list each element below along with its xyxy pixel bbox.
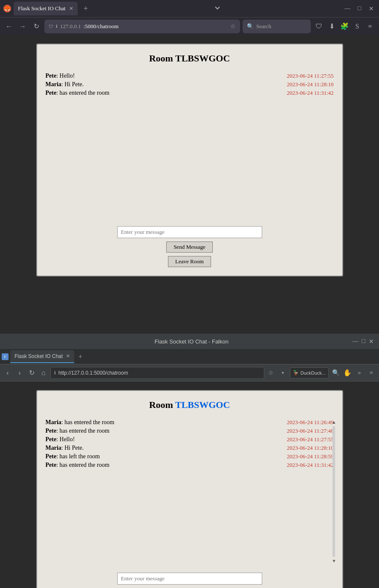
message-timestamp: 2023-06-24 11:27:55 <box>287 436 334 443</box>
firefox-tab-label: Flask Socket IO Chat <box>18 5 66 12</box>
falkon-maximize-button[interactable]: □ <box>362 338 365 345</box>
falkon-chat-room-title: Room TLBSWGOC <box>46 399 334 410</box>
falkon-star-icon[interactable]: ☆ <box>266 369 276 376</box>
sender-name: Maria <box>46 81 61 87</box>
falkon-minimize-button[interactable]: — <box>353 338 359 345</box>
falkon-tabbar: F Flask Socket IO Chat ✕ + <box>0 349 379 364</box>
chat-app-falkon: Room TLBSWGOC ▲ ▼ Maria: has entered the… <box>36 390 343 588</box>
firefox-browser: 🦊 Flask Socket IO Chat ✕ + — □ ✕ ← → ↻ 🛡… <box>0 0 379 300</box>
minimize-button[interactable]: — <box>343 5 352 12</box>
falkon-forward-button[interactable]: › <box>14 369 25 377</box>
sender-name: Pete <box>46 453 57 460</box>
chat-message-text: Pete: has entered the room <box>46 428 110 434</box>
falkon-title-code: TLBSWGOC <box>175 399 230 410</box>
message-timestamp: 2023-06-24 11:28:59 <box>287 453 334 460</box>
firefox-toolbar: ← → ↻ 🛡 ℹ 127.0.0.1 :5000/chatroom ☆ 🔍 S… <box>0 17 379 35</box>
falkon-toolbar-right: ☆ ▾ 🦆 DuckDuck... 🔍 ✋ » ≡ <box>266 367 376 378</box>
message-timestamp: 2023-06-24 11:27:55 <box>287 73 334 79</box>
pocket-icon[interactable]: 🛡 <box>313 23 324 30</box>
spacer <box>0 300 379 317</box>
search-magnifier-icon: 🔍 <box>247 23 254 30</box>
new-tab-button[interactable]: + <box>80 4 91 13</box>
falkon-address-bar[interactable]: ℹ http://127.0.0.1:5000/chatroom <box>50 367 264 379</box>
firefox-tab-close-icon[interactable]: ✕ <box>69 6 73 12</box>
menu-icon[interactable]: ≡ <box>365 23 376 30</box>
falkon-close-button[interactable]: ✕ <box>369 338 374 345</box>
falkon-search-icon[interactable]: 🔍 <box>330 369 341 376</box>
falkon-chat-input-area: Send Message Leave Room <box>46 573 334 588</box>
falkon-star-dropdown-icon[interactable]: ▾ <box>278 370 288 375</box>
reload-button[interactable]: ↻ <box>31 22 42 30</box>
message-body: : Hi Pete. <box>61 445 84 451</box>
message-input[interactable] <box>117 226 262 238</box>
sender-name: Maria <box>46 445 61 451</box>
falkon-more-button[interactable]: » <box>354 370 365 376</box>
chat-message-text: Maria: Hi Pete. <box>46 445 84 451</box>
table-row: Pete: has left the room 2023-06-24 11:28… <box>46 453 334 460</box>
falkon-menu-icon[interactable]: ≡ <box>366 370 376 376</box>
falkon-tab-label: Flask Socket IO Chat <box>14 353 63 359</box>
message-body: : Hello! <box>56 436 75 442</box>
sender-name: Maria <box>46 419 61 425</box>
bookmark-star-icon[interactable]: ☆ <box>230 23 236 30</box>
chat-message-text: Maria: Hi Pete. <box>46 81 84 88</box>
falkon-toolbar: ‹ › ↻ ⌂ ℹ http://127.0.0.1:5000/chatroom… <box>0 364 379 381</box>
address-prefix: 127.0.0.1 <box>60 23 81 30</box>
chat-message-text: Maria: has entered the room <box>46 419 115 426</box>
falkon-back-button[interactable]: ‹ <box>3 369 13 377</box>
falkon-page-content: Room TLBSWGOC ▲ ▼ Maria: has entered the… <box>0 381 379 588</box>
chat-input-area: Send Message Leave Room <box>46 226 334 267</box>
falkon-stop-icon[interactable]: ✋ <box>342 369 353 377</box>
falkon-new-tab-button[interactable]: + <box>76 353 85 361</box>
chat-message-text: Pete: Hello! <box>46 436 75 443</box>
download-icon[interactable]: ⬇ <box>326 22 337 30</box>
message-timestamp: 2023-06-24 11:28:10 <box>287 445 334 451</box>
lock-icon: 🛡 <box>49 24 53 29</box>
falkon-chat-messages-list: ▲ ▼ Maria: has entered the room 2023-06-… <box>46 419 334 564</box>
maximize-button[interactable]: □ <box>355 5 364 12</box>
chat-message-text: Pete: has entered the room <box>46 90 110 96</box>
close-button[interactable]: ✕ <box>367 5 376 12</box>
firefox-page-content: Room TLBSWGOC Pete: Hello! 2023-06-24 11… <box>0 35 379 300</box>
chat-scrollbar[interactable]: ▲ ▼ <box>332 419 336 564</box>
firefox-toolbar-icons: 🛡 ⬇ 🧩 S ≡ <box>313 22 376 30</box>
message-timestamp: 2023-06-24 11:27:48 <box>287 428 334 434</box>
sender-name: Pete <box>46 73 57 79</box>
extensions-icon[interactable]: 🧩 <box>339 22 350 30</box>
profile-icon[interactable]: S <box>352 23 363 30</box>
firefox-titlebar: 🦊 Flask Socket IO Chat ✕ + — □ ✕ <box>0 0 379 17</box>
chat-message-text: Pete: has entered the room <box>46 462 110 469</box>
back-button[interactable]: ← <box>3 23 14 30</box>
chat-message-text: Pete: has left the room <box>46 453 100 460</box>
falkon-tab-close-icon[interactable]: ✕ <box>66 353 70 359</box>
info-icon: ℹ <box>56 24 58 29</box>
firefox-tab[interactable]: Flask Socket IO Chat ✕ <box>14 2 78 15</box>
chat-message-text: Pete: Hello! <box>46 73 75 79</box>
scroll-up-icon[interactable]: ▲ <box>332 419 336 425</box>
falkon-titlebar: Flask Socket IO Chat - Falkon — □ ✕ <box>0 334 379 349</box>
falkon-reload-button[interactable]: ↻ <box>26 369 37 377</box>
falkon-favicon-icon: F <box>2 353 9 360</box>
sender-name: Pete <box>46 436 57 442</box>
sender-name: Pete <box>46 462 57 468</box>
send-message-button[interactable]: Send Message <box>166 242 213 253</box>
address-bar[interactable]: 🛡 ℹ 127.0.0.1 :5000/chatroom ☆ <box>44 20 240 33</box>
sender-name: Pete <box>46 90 57 96</box>
falkon-address-text: http://127.0.0.1:5000/chatroom <box>58 370 128 376</box>
sender-name: Pete <box>46 428 57 434</box>
scroll-down-icon[interactable]: ▼ <box>332 558 336 564</box>
falkon-tab[interactable]: Flask Socket IO Chat ✕ <box>10 350 74 363</box>
falkon-home-button[interactable]: ⌂ <box>38 369 49 377</box>
leave-room-button[interactable]: Leave Room <box>168 256 211 267</box>
falkon-duckduckgo-label: DuckDuck... <box>301 370 326 376</box>
message-body: : has entered the room <box>61 419 114 425</box>
message-body: : has entered the room <box>56 428 109 434</box>
falkon-address-icon: ℹ <box>54 370 56 375</box>
table-row: Maria: Hi Pete. 2023-06-24 11:28:10 <box>46 445 334 451</box>
forward-button[interactable]: → <box>17 23 28 30</box>
falkon-title-plain: Room <box>149 399 175 410</box>
falkon-message-input[interactable] <box>117 573 262 585</box>
search-bar[interactable]: 🔍 Search <box>243 20 311 33</box>
table-row: Pete: has entered the room 2023-06-24 11… <box>46 428 334 434</box>
falkon-search-bar[interactable]: 🦆 DuckDuck... <box>290 367 329 378</box>
